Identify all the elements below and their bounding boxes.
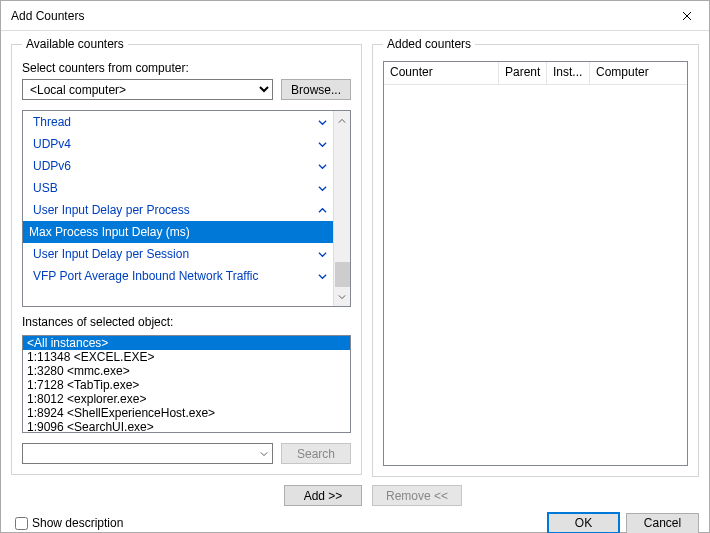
col-counter[interactable]: Counter (384, 62, 499, 84)
counter-label: User Input Delay per Session (33, 247, 189, 261)
select-computer-label: Select counters from computer: (22, 61, 351, 75)
counter-label: User Input Delay per Process (33, 203, 190, 217)
instance-list[interactable]: <All instances>1:11348 <EXCEL.EXE>1:3280… (22, 335, 351, 433)
add-counters-dialog: Add Counters Available counters Select c… (0, 0, 710, 533)
counter-category-item[interactable]: UDPv6 (23, 155, 333, 177)
scroll-thumb[interactable] (335, 262, 350, 287)
scroll-up-icon[interactable] (335, 113, 350, 128)
added-counters-group: Added counters Counter Parent Inst... Co… (372, 37, 699, 477)
instance-item[interactable]: 1:11348 <EXCEL.EXE> (23, 350, 350, 364)
instance-item[interactable]: 1:7128 <TabTip.exe> (23, 378, 350, 392)
chevron-down-icon[interactable] (318, 272, 327, 281)
dialog-content: Available counters Select counters from … (1, 31, 709, 506)
counter-category-item[interactable]: VFP Port Average Inbound Network Traffic (23, 265, 333, 287)
chevron-up-icon[interactable] (318, 206, 327, 215)
counter-category-item[interactable]: User Input Delay per Session (23, 243, 333, 265)
counter-child-item[interactable]: Max Process Input Delay (ms) (23, 221, 333, 243)
chevron-down-icon[interactable] (318, 118, 327, 127)
close-icon (682, 11, 692, 21)
col-computer[interactable]: Computer (590, 62, 687, 84)
add-button[interactable]: Add >> (284, 485, 362, 506)
instance-item[interactable]: 1:9096 <SearchUI.exe> (23, 420, 350, 433)
table-header: Counter Parent Inst... Computer (384, 62, 687, 85)
counter-label: VFP Port Average Inbound Network Traffic (33, 269, 258, 283)
counter-category-item[interactable]: UDPv4 (23, 133, 333, 155)
available-counters-group: Available counters Select counters from … (11, 37, 362, 475)
instance-item[interactable]: 1:8012 <explorer.exe> (23, 392, 350, 406)
scroll-down-icon[interactable] (335, 289, 350, 304)
counter-label: Max Process Input Delay (ms) (29, 225, 190, 239)
added-counters-table[interactable]: Counter Parent Inst... Computer (383, 61, 688, 466)
instance-search-combo[interactable] (22, 443, 273, 464)
counter-list[interactable]: ThreadUDPv4UDPv6USBUser Input Delay per … (22, 110, 351, 307)
counter-category-item[interactable]: User Input Delay per Process (23, 199, 333, 221)
cancel-button[interactable]: Cancel (626, 513, 699, 534)
dialog-footer: Show description OK Cancel (1, 506, 709, 533)
instance-search-input[interactable] (22, 443, 273, 464)
computer-select[interactable]: <Local computer> (22, 79, 273, 100)
instance-item[interactable]: <All instances> (23, 336, 350, 350)
close-button[interactable] (664, 1, 709, 30)
instance-item[interactable]: 1:3280 <mmc.exe> (23, 364, 350, 378)
ok-button[interactable]: OK (547, 512, 620, 533)
chevron-down-icon[interactable] (255, 444, 272, 463)
added-panel: Added counters Counter Parent Inst... Co… (372, 37, 699, 506)
search-button[interactable]: Search (281, 443, 351, 464)
added-counters-legend: Added counters (383, 37, 475, 51)
chevron-down-icon[interactable] (318, 162, 327, 171)
counter-category-item[interactable]: Thread (23, 111, 333, 133)
col-parent[interactable]: Parent (499, 62, 547, 84)
counter-label: UDPv4 (33, 137, 71, 151)
counter-items: ThreadUDPv4UDPv6USBUser Input Delay per … (23, 111, 333, 306)
window-title: Add Counters (11, 9, 664, 23)
counter-label: USB (33, 181, 58, 195)
chevron-down-icon[interactable] (318, 184, 327, 193)
counter-category-item[interactable]: USB (23, 177, 333, 199)
available-panel: Available counters Select counters from … (11, 37, 362, 506)
instances-label: Instances of selected object: (22, 315, 351, 329)
show-description-input[interactable] (15, 517, 28, 530)
instance-item[interactable]: 1:8924 <ShellExperienceHost.exe> (23, 406, 350, 420)
counter-scrollbar[interactable] (333, 111, 350, 306)
browse-button[interactable]: Browse... (281, 79, 351, 100)
available-counters-legend: Available counters (22, 37, 128, 51)
show-description-checkbox[interactable]: Show description (15, 516, 123, 530)
counter-label: Thread (33, 115, 71, 129)
col-instance[interactable]: Inst... (547, 62, 590, 84)
chevron-down-icon[interactable] (318, 140, 327, 149)
chevron-down-icon[interactable] (318, 250, 327, 259)
remove-button[interactable]: Remove << (372, 485, 462, 506)
show-description-label: Show description (32, 516, 123, 530)
counter-label: UDPv6 (33, 159, 71, 173)
title-bar: Add Counters (1, 1, 709, 31)
